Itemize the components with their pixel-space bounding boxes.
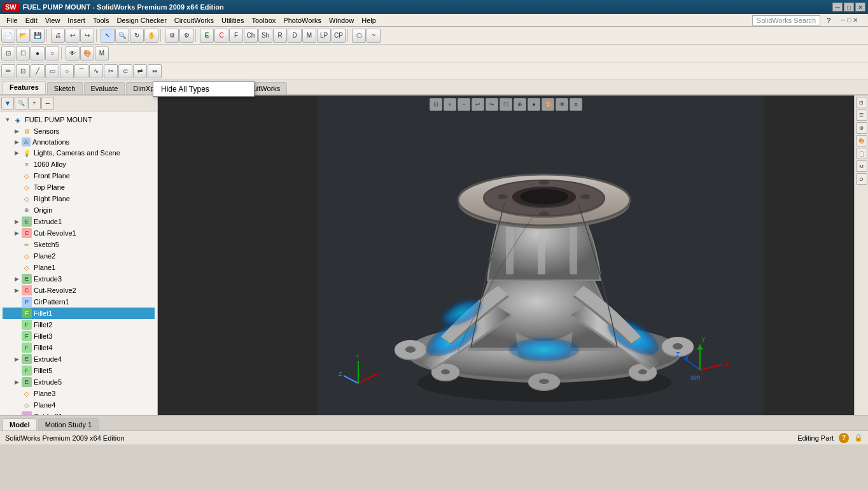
redo-button[interactable]: ↪ bbox=[80, 29, 94, 43]
draft-button[interactable]: D bbox=[288, 29, 302, 43]
ft-cut-loft1[interactable]: ▶ L Cut-Loft1 bbox=[3, 411, 155, 415]
rectangle-button[interactable]: ▭ bbox=[45, 64, 59, 78]
rt-display[interactable]: D bbox=[856, 173, 867, 185]
ft-collapse-button[interactable]: ─ bbox=[41, 97, 54, 110]
sketch-button[interactable]: ✏ bbox=[1, 64, 15, 78]
search-box[interactable]: SolidWorks Search bbox=[752, 15, 820, 25]
title-controls[interactable]: ─ □ ✕ bbox=[832, 3, 865, 11]
ft-cut-revolve2[interactable]: ▶ C Cut-Revolve2 bbox=[3, 285, 155, 296]
ft-plane4[interactable]: ▶ ◇ Plane4 bbox=[3, 399, 155, 411]
vp-previous-view[interactable]: ↩ bbox=[472, 98, 484, 111]
status-help-icon[interactable]: ? bbox=[839, 433, 849, 443]
hide-show-button[interactable]: 👁 bbox=[66, 46, 80, 60]
new-button[interactable]: 📄 bbox=[1, 29, 15, 43]
reference-geom-button[interactable]: ⬡ bbox=[352, 29, 366, 43]
rt-appearances[interactable]: 🎨 bbox=[856, 135, 867, 146]
convert-button[interactable]: ⇄ bbox=[133, 64, 147, 78]
zoom-button[interactable]: 🔍 bbox=[115, 29, 129, 43]
material-button[interactable]: M bbox=[95, 46, 109, 60]
minimize-button[interactable]: ─ bbox=[832, 3, 843, 11]
ft-cirpattern1[interactable]: ▶ P CirPattern1 bbox=[3, 296, 155, 308]
mirror-sketch-button[interactable]: ⇔ bbox=[148, 64, 162, 78]
circle-button[interactable]: ○ bbox=[60, 64, 74, 78]
help-icon[interactable]: ? bbox=[823, 15, 834, 25]
status-help2-icon[interactable]: 🔒 bbox=[854, 434, 863, 442]
close-button[interactable]: ✕ bbox=[855, 3, 865, 11]
offset-button[interactable]: ⊂ bbox=[118, 64, 132, 78]
save-button[interactable]: 💾 bbox=[31, 29, 45, 43]
linear-pattern-button[interactable]: LP bbox=[317, 29, 331, 43]
chamfer-button[interactable]: Ch bbox=[244, 29, 258, 43]
ft-sensors[interactable]: ▶ ⚙ Sensors bbox=[3, 125, 155, 137]
smart-dim-button[interactable]: ⊡ bbox=[16, 64, 30, 78]
ft-root-item[interactable]: ▼ ◈ FUEL PUMP MOUNT bbox=[3, 114, 155, 125]
ft-fillet4[interactable]: ▶ F Fillet4 bbox=[3, 342, 155, 353]
ft-right-plane[interactable]: ▶ ◇ Right Plane bbox=[3, 193, 155, 204]
menu-view[interactable]: View bbox=[41, 15, 64, 25]
tab-sketch[interactable]: Sketch bbox=[47, 82, 83, 94]
vp-zoom-out[interactable]: − bbox=[458, 98, 470, 111]
ft-expand-button[interactable]: + bbox=[28, 97, 41, 110]
section-view-button[interactable]: ☐ bbox=[16, 46, 30, 60]
menu-utilities[interactable]: Utilities bbox=[218, 15, 248, 25]
ft-top-plane[interactable]: ▶ ◇ Top Plane bbox=[3, 181, 155, 193]
rt-property-manager[interactable]: ☰ bbox=[856, 110, 867, 121]
options-button[interactable]: ⚙ bbox=[179, 29, 193, 43]
tab-evaluate[interactable]: Evaluate bbox=[84, 82, 125, 94]
ft-front-plane[interactable]: ▶ ◇ Front Plane bbox=[3, 170, 155, 181]
display-shaded-button[interactable]: ● bbox=[31, 46, 45, 60]
ctx-hide-all-types[interactable]: Hide All Types bbox=[153, 82, 254, 96]
btab-motion-study[interactable]: Motion Study 1 bbox=[38, 418, 99, 430]
select-button[interactable]: ↖ bbox=[101, 29, 115, 43]
menu-circuitworks[interactable]: CircuitWorks bbox=[171, 15, 218, 25]
pan-button[interactable]: ✋ bbox=[144, 29, 158, 43]
tab-features[interactable]: Features bbox=[3, 81, 46, 94]
vp-zoom-in[interactable]: + bbox=[444, 98, 456, 111]
undo-button[interactable]: ↩ bbox=[66, 29, 80, 43]
ft-annotations[interactable]: ▶ A Annotations bbox=[3, 137, 155, 147]
vp-appearance[interactable]: 🎨 bbox=[542, 98, 554, 111]
spline-button[interactable]: ∿ bbox=[89, 64, 103, 78]
rt-mold[interactable]: M bbox=[856, 160, 867, 172]
ft-extrude1[interactable]: ▶ E Extrude1 bbox=[3, 216, 155, 227]
circular-pattern-button[interactable]: CP bbox=[332, 29, 346, 43]
rt-config-manager[interactable]: ⚙ bbox=[856, 122, 867, 134]
rib-button[interactable]: R bbox=[273, 29, 287, 43]
menu-design-checker[interactable]: Design Checker bbox=[113, 15, 171, 25]
vp-next-view[interactable]: ↪ bbox=[486, 98, 498, 111]
open-button[interactable]: 📂 bbox=[16, 29, 30, 43]
vp-zoom-to-fit[interactable]: ⊡ bbox=[430, 98, 442, 111]
ft-plane1[interactable]: ▶ ◇ Plane1 bbox=[3, 262, 155, 273]
extruded-boss-button[interactable]: E bbox=[200, 29, 214, 43]
rotate-button[interactable]: ↻ bbox=[130, 29, 144, 43]
menu-file[interactable]: File bbox=[3, 15, 22, 25]
vp-view-orient[interactable]: ⊕ bbox=[514, 98, 526, 111]
ft-cut-revolve1[interactable]: ▶ C Cut-Revolve1 bbox=[3, 227, 155, 239]
ft-material[interactable]: ▶ ≡ 1060 Alloy bbox=[3, 159, 155, 170]
mirror-button[interactable]: M bbox=[302, 29, 316, 43]
display-wire-button[interactable]: ○ bbox=[45, 46, 59, 60]
appearance-button[interactable]: 🎨 bbox=[80, 46, 94, 60]
ft-fillet5[interactable]: ▶ F Fillet5 bbox=[3, 365, 155, 376]
menu-window[interactable]: Window bbox=[325, 15, 358, 25]
arc-button[interactable]: ⌒ bbox=[74, 64, 88, 78]
vp-section-view[interactable]: ☐ bbox=[500, 98, 512, 111]
view-orient-button[interactable]: ⊡ bbox=[1, 46, 15, 60]
menu-help[interactable]: Help bbox=[358, 15, 380, 25]
rebuild-button[interactable]: ⚙ bbox=[165, 29, 179, 43]
ft-fillet3[interactable]: ▶ F Fillet3 bbox=[3, 330, 155, 342]
extruded-cut-button[interactable]: C bbox=[214, 29, 228, 43]
ft-extrude4[interactable]: ▶ E Extrude4 bbox=[3, 353, 155, 365]
ft-extrude3[interactable]: ▶ E Extrude3 bbox=[3, 273, 155, 285]
vp-hide-show-types[interactable]: 👁 bbox=[556, 98, 568, 111]
trim-button[interactable]: ✂ bbox=[104, 64, 118, 78]
line-button[interactable]: ╱ bbox=[31, 64, 45, 78]
btab-model[interactable]: Model bbox=[3, 418, 37, 430]
print-button[interactable]: 🖨 bbox=[51, 29, 65, 43]
menu-toolbox[interactable]: Toolbox bbox=[248, 15, 279, 25]
ft-plane3[interactable]: ▶ ◇ Plane3 bbox=[3, 388, 155, 399]
menu-tools[interactable]: Tools bbox=[89, 15, 113, 25]
ft-fillet1[interactable]: ▶ F Fillet1 bbox=[3, 308, 155, 319]
shell-button[interactable]: Sh bbox=[258, 29, 272, 43]
menu-edit[interactable]: Edit bbox=[22, 15, 41, 25]
